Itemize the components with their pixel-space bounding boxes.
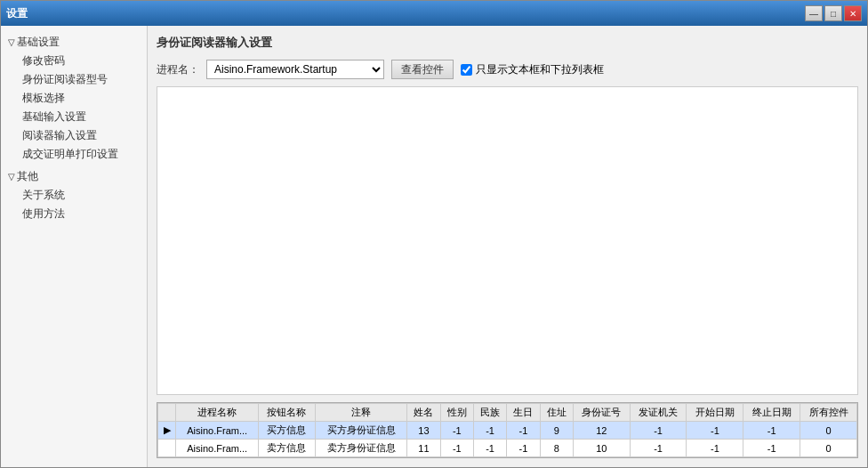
table-cell: -1 [743, 440, 800, 457]
filter-checkbox[interactable] [461, 64, 472, 76]
sidebar-group-header-other[interactable]: ▽ 其他 [1, 167, 147, 186]
table-cell: 8 [540, 440, 573, 457]
th-end-date: 终止日期 [743, 404, 800, 422]
sidebar-group-header-basic[interactable]: ▽ 基础设置 [1, 33, 147, 52]
table-cell: -1 [630, 422, 687, 440]
main-panel: 身份证阅读器输入设置 进程名： Aisino.Framework.Startup… [148, 26, 867, 467]
filter-checkbox-area: 只显示文本框和下拉列表框 [461, 62, 604, 77]
collapse-icon-other: ▽ [8, 172, 15, 182]
data-table-area: 进程名称 按钮名称 注释 姓名 性别 民族 生日 住址 身份证号 发证机关 开始… [157, 402, 858, 458]
table-cell: Aisino.Fram... [176, 422, 259, 440]
sidebar-group-label-other: 其他 [17, 169, 38, 184]
th-issuer: 发证机关 [630, 404, 687, 422]
table-cell: -1 [687, 440, 743, 457]
table-cell: 12 [573, 422, 630, 440]
data-table: 进程名称 按钮名称 注释 姓名 性别 民族 生日 住址 身份证号 发证机关 开始… [157, 403, 857, 457]
table-row[interactable]: Aisino.Fram...卖方信息卖方身份证信息11-1-1-1810-1-1… [158, 440, 857, 457]
table-cell: 13 [407, 422, 440, 440]
process-select[interactable]: Aisino.Framework.Startup [206, 60, 384, 79]
table-cell: ▶ [158, 422, 176, 440]
table-cell: 0 [800, 422, 857, 440]
table-cell: -1 [507, 422, 540, 440]
process-label: 进程名： [157, 62, 199, 77]
sidebar-item-help[interactable]: 使用方法 [1, 205, 147, 223]
th-start-date: 开始日期 [687, 404, 743, 422]
th-process-name: 进程名称 [176, 404, 259, 422]
table-cell: 买方身份证信息 [315, 422, 407, 440]
content-area: ▽ 基础设置 修改密码 身份证阅读器型号 模板选择 基础输入设置 阅读器输入设置… [1, 26, 867, 467]
table-cell: 买方信息 [258, 422, 315, 440]
table-cell: 卖方信息 [258, 440, 315, 457]
sidebar-item-change-password[interactable]: 修改密码 [1, 52, 147, 70]
th-gender: 性别 [440, 404, 473, 422]
table-header-row: 进程名称 按钮名称 注释 姓名 性别 民族 生日 住址 身份证号 发证机关 开始… [158, 404, 857, 422]
collapse-icon-basic: ▽ [8, 37, 15, 47]
th-all-controls: 所有控件 [800, 404, 857, 422]
table-cell: -1 [440, 422, 473, 440]
table-cell: 11 [407, 440, 440, 457]
table-cell: -1 [473, 440, 506, 457]
table-row[interactable]: ▶Aisino.Fram...买方信息买方身份证信息13-1-1-1912-1-… [158, 422, 857, 440]
sidebar-group-other: ▽ 其他 关于系统 使用方法 [1, 167, 147, 223]
sidebar: ▽ 基础设置 修改密码 身份证阅读器型号 模板选择 基础输入设置 阅读器输入设置… [1, 26, 148, 467]
table-cell [158, 440, 176, 457]
minimize-button[interactable]: — [805, 5, 823, 21]
table-cell: 10 [573, 440, 630, 457]
canvas-area [157, 86, 858, 395]
window-title: 设置 [6, 6, 28, 21]
table-body: ▶Aisino.Fram...买方信息买方身份证信息13-1-1-1912-1-… [158, 422, 857, 457]
sidebar-item-template[interactable]: 模板选择 [1, 89, 147, 108]
sidebar-item-print[interactable]: 成交证明单打印设置 [1, 145, 147, 164]
table-cell: -1 [440, 440, 473, 457]
filter-label: 只显示文本框和下拉列表框 [476, 62, 604, 77]
table-cell: -1 [743, 422, 800, 440]
title-bar: 设置 — □ ✕ [1, 1, 867, 26]
th-comment: 注释 [315, 404, 407, 422]
th-id-number: 身份证号 [573, 404, 630, 422]
table-cell: -1 [473, 422, 506, 440]
maximize-button[interactable]: □ [824, 5, 842, 21]
table-cell: Aisino.Fram... [176, 440, 259, 457]
table-cell: -1 [687, 422, 743, 440]
sidebar-item-basic-input[interactable]: 基础输入设置 [1, 108, 147, 126]
th-nation: 民族 [473, 404, 506, 422]
th-birthday: 生日 [507, 404, 540, 422]
sidebar-group-label-basic: 基础设置 [17, 35, 60, 50]
panel-title: 身份证阅读器输入设置 [157, 35, 858, 51]
toolbar: 进程名： Aisino.Framework.Startup 查看控件 只显示文本… [157, 60, 858, 79]
table-cell: -1 [630, 440, 687, 457]
sidebar-item-reader-model[interactable]: 身份证阅读器型号 [1, 70, 147, 89]
close-button[interactable]: ✕ [844, 5, 862, 21]
view-controls-button[interactable]: 查看控件 [391, 60, 454, 79]
table-cell: 9 [540, 422, 573, 440]
table-cell: 卖方身份证信息 [315, 440, 407, 457]
th-address: 住址 [540, 404, 573, 422]
sidebar-group-basic: ▽ 基础设置 修改密码 身份证阅读器型号 模板选择 基础输入设置 阅读器输入设置… [1, 33, 147, 164]
th-button-name: 按钮名称 [258, 404, 315, 422]
sidebar-item-reader-input[interactable]: 阅读器输入设置 [1, 126, 147, 145]
main-window: 设置 — □ ✕ ▽ 基础设置 修改密码 身份证阅读器型号 模板选择 基础输入设… [0, 0, 868, 468]
th-name: 姓名 [407, 404, 440, 422]
sidebar-item-about[interactable]: 关于系统 [1, 186, 147, 205]
title-bar-buttons: — □ ✕ [805, 5, 862, 21]
table-cell: -1 [507, 440, 540, 457]
th-arrow [158, 404, 176, 422]
table-cell: 0 [800, 440, 857, 457]
